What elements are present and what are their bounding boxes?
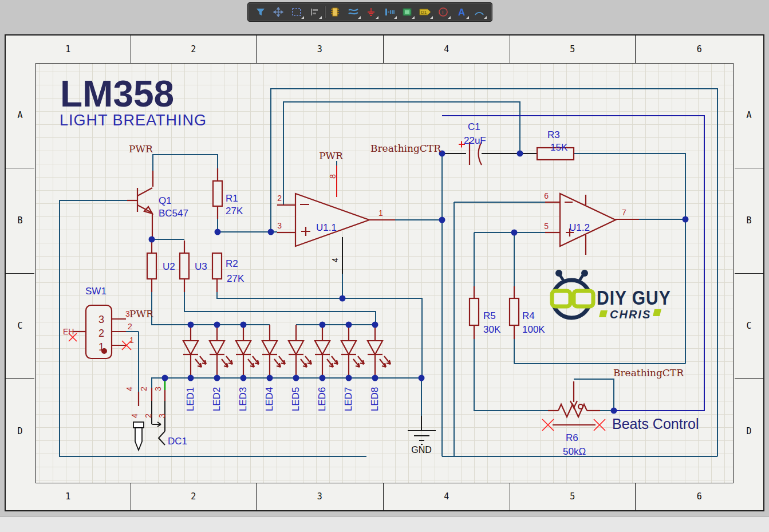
- pcb-module-icon[interactable]: [399, 5, 415, 19]
- label-3: 3: [98, 314, 104, 325]
- led-5[interactable]: [289, 341, 303, 354]
- transistor-q1[interactable]: [137, 188, 152, 196]
- label-u1.2: U1.2: [569, 222, 590, 233]
- label-bc547: BC547: [159, 208, 188, 219]
- logo-part: [653, 309, 661, 316]
- led-light-arrow[interactable]: [353, 359, 360, 367]
- toolbar-separator: [325, 6, 325, 18]
- net-label-breathingctr: BreathingCTR: [370, 143, 441, 154]
- label-gnd: GND: [411, 445, 432, 455]
- junction-dot: [340, 295, 346, 302]
- led-3[interactable]: [236, 341, 251, 354]
- no-connect-x: [542, 419, 554, 431]
- wire[interactable]: [271, 89, 717, 456]
- junction-dot: [293, 375, 299, 381]
- opamp-u1-1[interactable]: [295, 194, 369, 246]
- led-4[interactable]: [262, 341, 277, 354]
- svg-text:i: i: [442, 9, 443, 15]
- led-light-arrow[interactable]: [380, 359, 386, 367]
- led-light-arrow[interactable]: [195, 359, 202, 367]
- label-5: 5: [544, 222, 549, 231]
- label-1: 1: [129, 336, 134, 345]
- led-light-arrow[interactable]: [274, 359, 281, 367]
- label-u1.1: U1.1: [316, 222, 337, 233]
- label-dc1: DC1: [168, 436, 187, 447]
- dc1-pin-body[interactable]: [135, 428, 142, 450]
- move-icon[interactable]: [270, 5, 286, 19]
- resistor-r4[interactable]: [510, 298, 519, 325]
- led-6[interactable]: [315, 341, 330, 354]
- filter-icon[interactable]: [253, 5, 269, 19]
- page-title: LM358: [60, 73, 174, 115]
- dc1-pin-cap[interactable]: [133, 422, 144, 428]
- led-2[interactable]: [210, 341, 224, 354]
- resistor-r1[interactable]: [213, 181, 222, 206]
- junction-dot: [149, 237, 155, 243]
- junction-dot: [683, 216, 689, 223]
- beats-control-label: Beats Control: [612, 416, 699, 432]
- resistor-u3[interactable]: [180, 253, 189, 279]
- schematic-drawing: LED1LED2LED3LED4LED5LED6LED7LED8Q1BC547R…: [0, 0, 769, 532]
- wire[interactable]: [574, 153, 685, 364]
- wire[interactable]: [218, 219, 277, 232]
- junction-dot: [372, 375, 378, 381]
- junction-dot: [517, 151, 523, 157]
- logo-part: [581, 270, 588, 277]
- net-label-pwr: PWR: [129, 308, 154, 320]
- ground-icon[interactable]: [363, 5, 379, 19]
- led-light-arrow[interactable]: [327, 359, 333, 367]
- junction-dot: [215, 229, 221, 235]
- logo-part: [555, 270, 562, 277]
- label-r4: R4: [522, 310, 535, 321]
- junction-dot: [419, 375, 425, 381]
- wire[interactable]: [153, 155, 218, 171]
- led-label: LED7: [343, 387, 354, 412]
- resistor-r5[interactable]: [470, 298, 479, 325]
- net-label-icon[interactable]: D1: [417, 5, 433, 19]
- junction-dot: [240, 375, 247, 381]
- label-15k: 15K: [550, 142, 568, 153]
- led-light-arrow[interactable]: [301, 359, 307, 367]
- align-icon[interactable]: [306, 5, 322, 19]
- led-1[interactable]: [183, 341, 198, 354]
- junction-dot: [346, 322, 352, 328]
- led-label: LED6: [317, 387, 328, 412]
- resistor-u2[interactable]: [147, 253, 156, 279]
- label-22uf: 22uF: [464, 135, 486, 146]
- wire[interactable]: [217, 292, 422, 378]
- label-q1: Q1: [159, 195, 172, 206]
- wire-icon[interactable]: [345, 5, 361, 19]
- label-2: 2: [139, 387, 148, 391]
- led-light-arrow[interactable]: [248, 359, 254, 367]
- led-label: LED2: [211, 387, 222, 412]
- wire[interactable]: [184, 292, 376, 325]
- gnd-symbol[interactable]: [408, 431, 436, 444]
- label-u2: U2: [163, 261, 175, 272]
- junction-dot: [611, 408, 617, 414]
- place-component-icon[interactable]: [327, 5, 343, 19]
- no-connect-icon[interactable]: i: [435, 5, 451, 19]
- led-light-arrow[interactable]: [222, 359, 228, 367]
- label-u3: U3: [195, 261, 207, 272]
- logo-part: DIY GUY: [597, 287, 671, 309]
- logo-part: CHRIS: [610, 308, 651, 321]
- dc1-arrow[interactable]: [152, 422, 161, 427]
- opamp-u1-2[interactable]: [560, 194, 616, 246]
- select-area-icon[interactable]: [289, 5, 305, 19]
- led-8[interactable]: [368, 341, 382, 354]
- wire[interactable]: [152, 292, 270, 325]
- netprobe-icon[interactable]: [381, 5, 397, 19]
- junction-dot: [439, 217, 445, 223]
- label-6: 6: [544, 191, 549, 200]
- label-4: 4: [130, 413, 139, 418]
- dc1-chevron[interactable]: [159, 431, 165, 445]
- wire[interactable]: [474, 339, 548, 411]
- resistor-r2[interactable]: [212, 253, 222, 279]
- switch-sw1-pins[interactable]: [112, 319, 126, 345]
- label-2: 2: [98, 328, 104, 339]
- led-7[interactable]: [341, 341, 356, 354]
- wire[interactable]: [574, 379, 614, 411]
- text-icon[interactable]: A: [453, 5, 470, 19]
- label-c1: C1: [468, 121, 480, 132]
- arc-icon[interactable]: [471, 5, 487, 19]
